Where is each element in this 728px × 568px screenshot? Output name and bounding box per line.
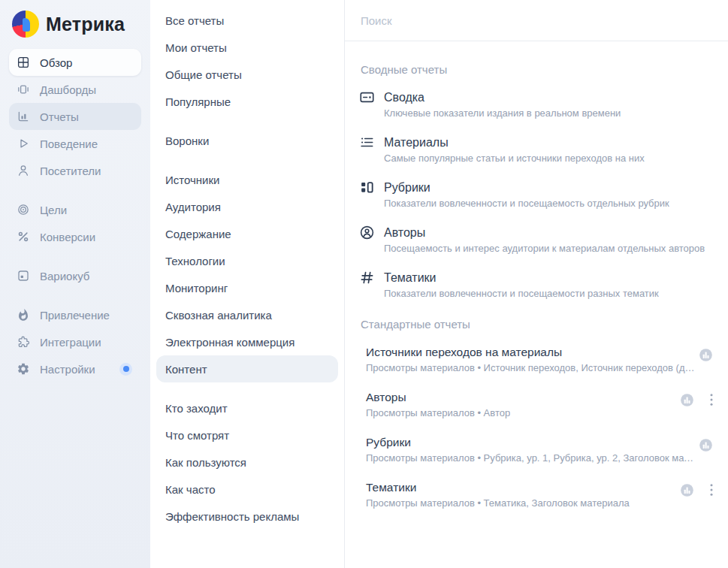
report-description: Ключевые показатели издания в реальном в… bbox=[384, 107, 621, 119]
target-icon bbox=[16, 203, 30, 217]
metrika-app: Метрика Обзор Дашборды Отчеты Поведение … bbox=[0, 0, 728, 568]
report-title: Рубрики bbox=[366, 435, 696, 450]
report-title: Авторы bbox=[384, 225, 705, 240]
standard-report-rubrics[interactable]: Рубрики Просмотры материалов • Рубрика, … bbox=[366, 435, 723, 464]
standard-report-authors[interactable]: Авторы Просмотры материалов • Автор bbox=[366, 390, 723, 419]
row-actions bbox=[678, 481, 723, 499]
sidebar-item-variocube[interactable]: Вариокуб bbox=[9, 262, 141, 289]
bar-chart-icon bbox=[16, 110, 30, 124]
report-description: Показатели вовлеченности и посещаемость … bbox=[384, 197, 669, 210]
logo[interactable]: Метрика bbox=[0, 9, 150, 39]
sidebar-item-label: Привлечение bbox=[40, 309, 110, 322]
category-item-label: Эффективность рекламы bbox=[165, 510, 299, 523]
category-item-all-reports[interactable]: Все отчеты bbox=[156, 7, 338, 34]
reports-panel: Сводные отчеты Сводка Ключевые показател… bbox=[345, 0, 728, 568]
search-input[interactable] bbox=[345, 14, 728, 27]
categories-nav: Все отчеты Мои отчеты Общие отчеты Попул… bbox=[150, 0, 345, 568]
category-item-label: Источники bbox=[165, 174, 219, 186]
dashboards-icon bbox=[16, 83, 30, 97]
summary-report-materials[interactable]: Материалы Самые популярные статьи и исто… bbox=[359, 135, 719, 165]
sidebar-item-visitors[interactable]: Посетители bbox=[9, 157, 141, 184]
author-circle-icon bbox=[359, 225, 377, 243]
sidebar-item-label: Отчеты bbox=[40, 110, 79, 123]
category-item-ecommerce[interactable]: Электронная коммерция bbox=[156, 328, 338, 355]
sidebar-item-settings[interactable]: Настройки bbox=[9, 355, 141, 382]
sidebar-item-label: Поведение bbox=[40, 137, 98, 150]
sidebar-item-overview[interactable]: Обзор bbox=[9, 49, 141, 76]
sidebar-item-integrations[interactable]: Интеграции bbox=[9, 328, 141, 355]
kebab-menu-icon[interactable] bbox=[721, 346, 728, 364]
category-item-technologies[interactable]: Технологии bbox=[156, 247, 338, 274]
summary-report-rubrics[interactable]: Рубрики Показатели вовлеченности и посещ… bbox=[359, 180, 719, 210]
section-list: Источники переходов на материалы Просмот… bbox=[345, 345, 728, 509]
sidebar-item-reports[interactable]: Отчеты bbox=[9, 103, 141, 130]
category-item-label: Мои отчеты bbox=[165, 41, 227, 54]
summary-report-summary[interactable]: Сводка Ключевые показатели издания в реа… bbox=[359, 90, 719, 119]
category-item-sources[interactable]: Источники bbox=[156, 166, 338, 193]
kebab-menu-icon[interactable] bbox=[702, 481, 720, 499]
sidebar-item-conversions[interactable]: Конверсии bbox=[9, 223, 141, 250]
report-chart-icon[interactable] bbox=[696, 346, 714, 364]
sidebar-item-dashboards[interactable]: Дашборды bbox=[9, 76, 141, 103]
sidebar-item-label: Цели bbox=[40, 204, 67, 216]
kebab-menu-icon[interactable] bbox=[721, 436, 728, 454]
variocube-icon bbox=[16, 269, 30, 283]
report-description: Просмотры материалов • Источник переходо… bbox=[366, 361, 696, 374]
report-title: Источники переходов на материалы bbox=[366, 345, 696, 360]
sidebar-item-label: Обзор bbox=[40, 56, 72, 69]
metrika-logo-icon bbox=[12, 11, 39, 38]
category-item-how-they-use[interactable]: Как пользуются bbox=[156, 449, 338, 476]
sidebar-item-acquisition[interactable]: Привлечение bbox=[9, 301, 141, 328]
category-item-contents[interactable]: Содержание bbox=[156, 220, 338, 247]
category-item-ad-effectiveness[interactable]: Эффективность рекламы bbox=[156, 503, 338, 530]
report-section: Сводные отчеты Сводка Ключевые показател… bbox=[345, 63, 728, 300]
sidebar-item-label: Конверсии bbox=[40, 231, 95, 243]
summary-card-icon bbox=[359, 89, 377, 107]
search-bar bbox=[345, 0, 728, 41]
report-chart-icon[interactable] bbox=[696, 436, 714, 454]
report-chart-icon[interactable] bbox=[678, 391, 696, 409]
blocks-icon bbox=[359, 180, 377, 198]
category-item-cross-analytics[interactable]: Сквозная аналитика bbox=[156, 301, 338, 328]
summary-report-authors[interactable]: Авторы Посещаемость и интерес аудитории … bbox=[359, 225, 719, 255]
report-section: Стандартные отчеты Источники переходов н… bbox=[345, 318, 728, 509]
category-item-label: Сквозная аналитика bbox=[165, 309, 272, 322]
standard-report-topics[interactable]: Тематики Просмотры материалов • Тематика… bbox=[366, 480, 723, 509]
report-description: Самые популярные статьи и источники пере… bbox=[384, 152, 645, 165]
category-item-audience[interactable]: Аудитория bbox=[156, 193, 338, 220]
report-title: Тематики bbox=[384, 270, 659, 286]
summary-report-topics[interactable]: Тематики Показатели вовлеченности и посе… bbox=[359, 270, 719, 300]
category-item-label: Мониторинг bbox=[165, 282, 228, 295]
row-actions bbox=[678, 391, 723, 409]
report-description: Просмотры материалов • Тематика, Заголов… bbox=[366, 497, 630, 509]
section-list: Сводка Ключевые показатели издания в реа… bbox=[345, 90, 728, 300]
sidebar-item-label: Интеграции bbox=[40, 336, 101, 349]
sidebar-item-label: Посетители bbox=[40, 165, 101, 177]
puzzle-icon bbox=[16, 335, 30, 349]
standard-report-material-traffic-sources[interactable]: Источники переходов на материалы Просмот… bbox=[366, 345, 723, 374]
category-item-what-they-view[interactable]: Что смотрят bbox=[156, 421, 338, 449]
report-chart-icon[interactable] bbox=[678, 481, 696, 499]
category-item-how-often[interactable]: Как часто bbox=[156, 476, 338, 503]
report-title: Авторы bbox=[366, 390, 510, 405]
category-item-content[interactable]: Контент bbox=[156, 355, 338, 382]
category-item-label: Воронки bbox=[165, 134, 209, 147]
report-title: Тематики bbox=[366, 480, 630, 495]
category-item-label: Все отчеты bbox=[165, 14, 224, 27]
kebab-menu-icon[interactable] bbox=[702, 391, 720, 409]
category-item-who-visits[interactable]: Кто заходит bbox=[156, 394, 338, 421]
category-item-popular[interactable]: Популярные bbox=[156, 88, 338, 115]
report-sections: Сводные отчеты Сводка Ключевые показател… bbox=[345, 63, 728, 509]
sidebar-item-behavior[interactable]: Поведение bbox=[9, 130, 141, 157]
category-item-label: Контент bbox=[165, 363, 207, 376]
notification-dot bbox=[119, 363, 132, 376]
gear-icon bbox=[16, 362, 30, 376]
category-item-my-reports[interactable]: Мои отчеты bbox=[156, 34, 338, 61]
category-item-monitoring[interactable]: Мониторинг bbox=[156, 274, 338, 301]
category-item-common-reports[interactable]: Общие отчеты bbox=[156, 61, 338, 88]
row-actions bbox=[696, 436, 728, 454]
row-actions bbox=[696, 346, 728, 364]
category-item-funnels[interactable]: Воронки bbox=[156, 127, 338, 154]
report-description: Просмотры материалов • Автор bbox=[366, 406, 510, 419]
sidebar-item-goals[interactable]: Цели bbox=[9, 196, 141, 223]
